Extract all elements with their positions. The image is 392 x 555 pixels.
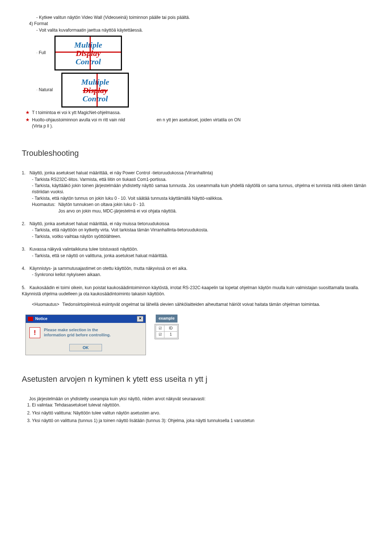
notice-msg-l2: information grid before controlling. xyxy=(44,333,111,337)
notice-title: Notice xyxy=(35,316,48,322)
tb1-note-body: Näytön tunnuksen on oltava jokin luku 0 … xyxy=(58,202,177,214)
tb5-huom: <Huomautus> Tiedonsiirtopiireissä esiint… xyxy=(32,301,370,308)
tb-head: Näyttö, jonka asetukset haluat määrittää… xyxy=(29,170,213,175)
s3-item-2: Yksi näyttö valittuna: Näyttöön tulee va… xyxy=(32,410,370,416)
tile-line2b: Display xyxy=(83,86,107,94)
notice-titlebar: Notice ✕ xyxy=(26,315,146,323)
tb-item-2: 2. Näyttö, jonka asetukset haluat määrit… xyxy=(22,221,370,240)
tb-num: 5. xyxy=(22,285,28,291)
format-natural-label: Natural xyxy=(36,87,53,93)
mdc-app-icon xyxy=(28,317,33,321)
example-grid: ☑ ID ☑ 1 xyxy=(155,324,179,339)
notice-area: Notice ✕ ! Please make selection in the … xyxy=(25,315,370,355)
notice-body: ! Please make selection in the informati… xyxy=(26,323,146,342)
notice-msg-l1: Please make selection in the xyxy=(44,328,98,332)
format-row-full: Full Multiple Display Control xyxy=(36,36,370,70)
tb3-sub1: Tarkista, että se näyttö on valittuna, j… xyxy=(32,253,370,259)
tb1-sub2: Tarkista, käyttääkö jokin toinen järjest… xyxy=(32,183,370,195)
close-icon[interactable]: ✕ xyxy=(137,316,143,322)
tile-line3b: Control xyxy=(83,94,108,103)
example-label: example xyxy=(156,315,177,323)
troubleshooting-list: 1. Näyttö, jonka asetukset haluat määrit… xyxy=(22,170,370,308)
tb1-sub3: Tarkista, että näytön tunnus on jokin lu… xyxy=(32,195,370,202)
format-full-tile: Multiple Display Control xyxy=(54,36,122,70)
tb5-huom-text: Tiedonsiirtopiireissä esiintyvät ongelma… xyxy=(62,301,320,308)
tb1-note-l1: Näytön tunnuksen on oltava jokin luku 0 … xyxy=(58,202,145,207)
tb-head: Käynnistys- ja sammutusajastimet on otet… xyxy=(29,266,187,271)
star-text-1: T t toimintoa ei voi k ytt MagicNet-ohje… xyxy=(32,110,121,116)
tb5-huom-label: <Huomautus> xyxy=(32,301,59,308)
tb-num: 3. xyxy=(22,246,28,252)
tb-num: 4. xyxy=(22,266,28,272)
format-natural-tile: Multiple Display Control xyxy=(61,73,129,108)
troubleshooting-title: Troubleshooting xyxy=(22,147,370,159)
ok-button[interactable]: OK xyxy=(69,344,102,351)
star-note-2: ★ Huolto-ohjaustoiminnon avulla voi m ri… xyxy=(25,117,370,130)
tb-item-5: 5. Kaukosäädin ei toimi oikein, kun pois… xyxy=(22,285,370,308)
tb-num: 1. xyxy=(22,170,28,176)
tb1-note-label: Huomautus: xyxy=(32,202,56,214)
format-item-label: 4) Format xyxy=(29,21,370,27)
star2a: Huolto-ohjaustoiminnon avulla voi m ritt… xyxy=(32,117,125,122)
s3-intro: Jos järjestelmään on yhdistetty useampia… xyxy=(29,396,370,402)
s3-item-3: Yksi näyttö on valittuna (tunnus 1) ja t… xyxy=(32,418,370,424)
grid-cell-id: 1 xyxy=(164,332,177,338)
grid-header-id: ID xyxy=(164,325,177,332)
star-note-1: ★ T t toimintoa ei voi k ytt MagicNet-oh… xyxy=(25,110,370,116)
format-row-natural: Natural Multiple Display Control xyxy=(36,73,370,108)
s3-item-1: Ei valintaa: Tehdasasetukset tulevat näy… xyxy=(32,402,370,408)
warning-icon: ! xyxy=(29,327,40,338)
tb-item-1: 1. Näyttö, jonka asetukset haluat määrit… xyxy=(22,170,370,214)
tb1-sub1: Tarkista RS232C-liitos. Varmista, että l… xyxy=(32,177,370,183)
notice-dialog: Notice ✕ ! Please make selection in the … xyxy=(25,315,146,355)
grid-header-cb: ☑ xyxy=(156,325,164,332)
tile-line1b: Multiple xyxy=(81,78,109,86)
format-item-sub: Voit valita kuvaformaatin jaettua näyttö… xyxy=(36,27,370,33)
format-full-label: Full xyxy=(36,50,46,56)
star2c: (Virta p ll ). xyxy=(32,123,53,129)
tile-line3: Control xyxy=(75,57,101,66)
grid-cell-cb: ☑ xyxy=(156,332,164,338)
tb-head: Kuvassa näkyvä valintaikkuna tulee toist… xyxy=(29,247,138,252)
tb4-sub1: Synkronoi kellot nykyiseen aikaan. xyxy=(32,272,370,278)
tb2-sub1: Tarkista, että näyttöön on kytketty virt… xyxy=(32,227,370,233)
tb1-note: Huomautus: Näytön tunnuksen on oltava jo… xyxy=(32,202,370,214)
videowall-bullet: Kytkee valitun näytön Video Wall (Videos… xyxy=(36,15,370,21)
example-box: example ☑ ID ☑ 1 xyxy=(155,315,179,339)
notice-message: Please make selection in the information… xyxy=(44,327,111,338)
tb-num: 2. xyxy=(22,221,28,227)
tb1-note-l2: Jos arvo on jokin muu, MDC-järjestelmä e… xyxy=(58,208,177,214)
tb-head: Kaukosäädin ei toimi oikein, kun poistat… xyxy=(22,285,359,296)
multi-display-values-title: Asetusten arvojen n kyminen k ytett ess … xyxy=(22,373,370,385)
tb2-sub2: Tarkista, voitko vaihtaa näytön syöttölä… xyxy=(32,234,370,240)
tb-item-3: 3. Kuvassa näkyvä valintaikkuna tulee to… xyxy=(22,246,370,259)
s3-list: Ei valintaa: Tehdasasetukset tulevat näy… xyxy=(25,402,370,424)
tb-item-4: 4. Käynnistys- ja sammutusajastimet on o… xyxy=(22,266,370,278)
tb-head: Näyttö, jonka asetukset haluat määrittää… xyxy=(29,221,169,226)
tile-line2: Display xyxy=(76,49,101,57)
star-text-2: Huolto-ohjaustoiminnon avulla voi m ritt… xyxy=(32,117,241,130)
star2b: en n ytt jen asetukset, joiden virtatila… xyxy=(156,117,240,122)
star-icon: ★ xyxy=(25,110,30,116)
star-icon: ★ xyxy=(25,117,30,123)
tile-line1: Multiple xyxy=(74,41,102,49)
